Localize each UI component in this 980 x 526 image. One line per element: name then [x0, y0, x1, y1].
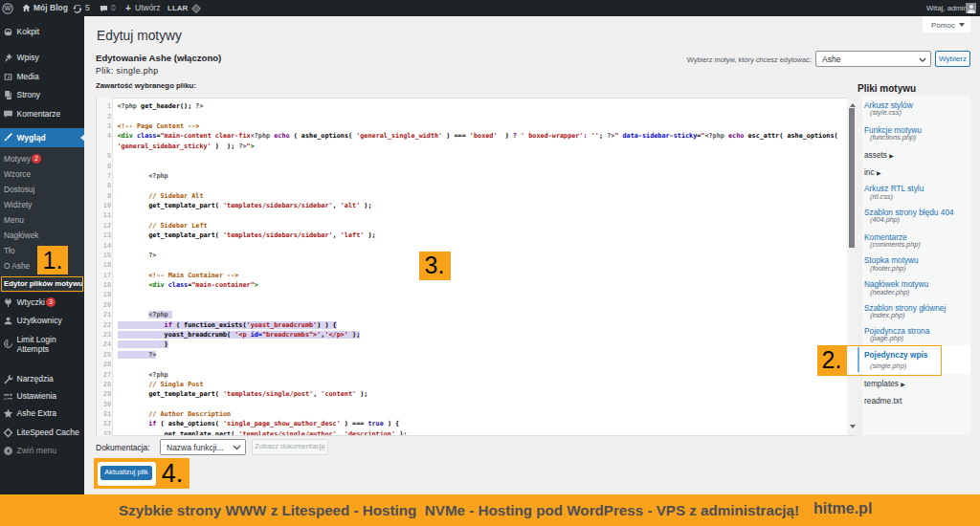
svg-text:W: W [5, 5, 11, 11]
